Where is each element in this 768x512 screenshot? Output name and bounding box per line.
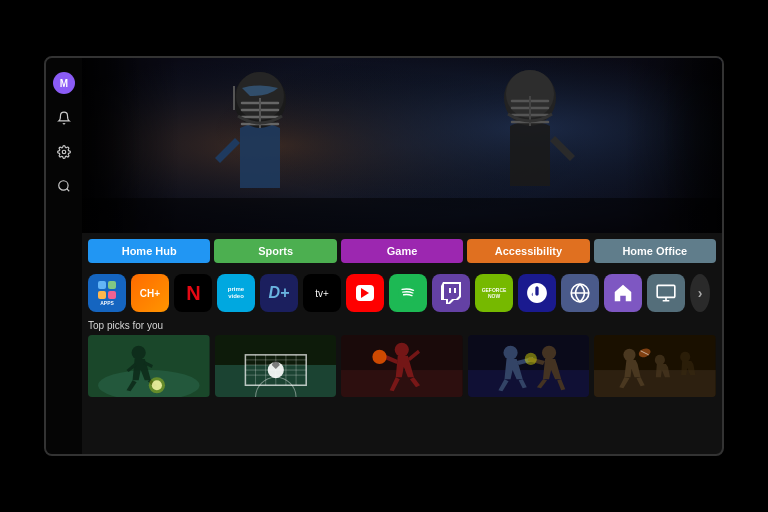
app-geforce-now[interactable]: GEFORCE NOW — [475, 274, 513, 312]
svg-rect-58 — [594, 370, 716, 397]
svg-rect-22 — [82, 198, 722, 233]
app-disney-plus[interactable]: D+ — [260, 274, 298, 312]
picks-row — [88, 335, 716, 397]
main-content: Home Hub Sports Game Accessibility Home … — [82, 58, 722, 454]
svg-point-50 — [395, 343, 409, 357]
app-screen-share[interactable] — [647, 274, 685, 312]
svg-point-31 — [132, 346, 146, 360]
app-apple-tv[interactable]: tv+ — [303, 274, 341, 312]
apps-row: APPS CH+ N prime video D+ — [82, 269, 722, 317]
svg-point-54 — [503, 346, 517, 360]
app-spotify[interactable] — [389, 274, 427, 312]
svg-rect-24 — [454, 288, 456, 293]
pick-item-2[interactable] — [215, 335, 337, 397]
notification-icon[interactable] — [54, 108, 74, 128]
app-web-browser[interactable] — [561, 274, 599, 312]
sidebar: M — [46, 58, 82, 454]
app-netflix[interactable]: N — [174, 274, 212, 312]
tab-game[interactable]: Game — [341, 239, 463, 263]
svg-point-51 — [373, 350, 387, 364]
svg-rect-26 — [657, 285, 675, 297]
app-apps[interactable]: APPS — [88, 274, 126, 312]
app-more[interactable]: › — [690, 274, 710, 312]
picks-title: Top picks for you — [88, 320, 716, 331]
search-icon[interactable] — [54, 176, 74, 196]
pick-item-4[interactable] — [468, 335, 590, 397]
svg-point-33 — [149, 377, 165, 393]
user-avatar[interactable]: M — [53, 72, 75, 94]
tab-home-hub[interactable]: Home Hub — [88, 239, 210, 263]
tab-sports[interactable]: Sports — [214, 239, 336, 263]
app-smart-home[interactable] — [604, 274, 642, 312]
svg-line-2 — [67, 189, 70, 192]
svg-rect-53 — [468, 370, 590, 397]
app-prime-video[interactable]: prime video — [217, 274, 255, 312]
svg-point-56 — [525, 353, 537, 365]
svg-rect-23 — [449, 288, 451, 293]
svg-point-0 — [62, 150, 66, 154]
app-ubisoft[interactable] — [518, 274, 556, 312]
app-youtube[interactable] — [346, 274, 384, 312]
tv-frame: M — [44, 56, 724, 456]
svg-point-1 — [59, 181, 68, 190]
hero-banner — [82, 58, 722, 233]
svg-point-59 — [624, 349, 636, 361]
tab-home-office[interactable]: Home Office — [594, 239, 716, 263]
tab-accessibility[interactable]: Accessibility — [467, 239, 589, 263]
pick-item-1[interactable] — [88, 335, 210, 397]
svg-point-55 — [542, 346, 556, 360]
svg-point-60 — [655, 355, 665, 365]
nav-tabs: Home Hub Sports Game Accessibility Home … — [82, 233, 722, 269]
pick-item-3[interactable] — [341, 335, 463, 397]
pick-item-5[interactable] — [594, 335, 716, 397]
settings-icon[interactable] — [54, 142, 74, 162]
app-ch-plus[interactable]: CH+ — [131, 274, 169, 312]
svg-point-61 — [681, 352, 691, 362]
picks-section: Top picks for you — [82, 317, 722, 400]
app-twitch[interactable] — [432, 274, 470, 312]
